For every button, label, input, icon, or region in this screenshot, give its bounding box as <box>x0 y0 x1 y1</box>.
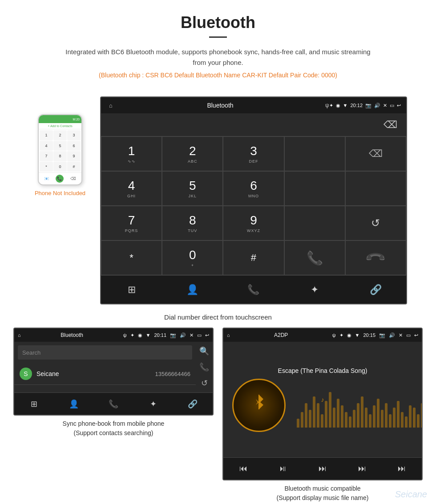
dial-nav-calls[interactable]: 📞 <box>223 276 284 304</box>
phone-bottom: 📧 📞 ⌫ <box>39 172 81 184</box>
dial-key-0[interactable]: 0+ <box>162 240 223 275</box>
pb-call-icon[interactable]: 📞 <box>199 362 209 372</box>
phone-key-5[interactable]: 5 <box>53 141 67 151</box>
music-vol-icon: 🔊 <box>389 332 395 338</box>
music-nav-end[interactable]: ⏭ <box>382 458 422 480</box>
music-nav-play[interactable]: ⏯ <box>263 458 303 480</box>
pb-right-icons: 🔍 📞 ↺ <box>196 342 213 392</box>
dial-key-7[interactable]: 7PQRS <box>101 206 162 240</box>
phone-key-star[interactable]: * <box>40 162 53 172</box>
phone-not-included-label: Phone Not Included <box>35 190 85 196</box>
phone-key-2[interactable]: 2 <box>53 130 67 140</box>
phone-call-button[interactable]: 📞 <box>56 175 64 183</box>
page-title: Bluetooth <box>9 13 427 32</box>
music-screen: ⌂ A2DP ψ ✦ ◉ ▼ 20:15 📷 🔊 ✕ ▭ ↩ Escape (T… <box>222 328 423 480</box>
music-song-title: Escape (The Pina Colada Song) <box>278 367 367 374</box>
back-icon[interactable]: ↩ <box>397 103 401 108</box>
phone-key-1[interactable]: 1 <box>40 130 53 140</box>
page-description: Integrated with BC6 Bluetooth module, su… <box>62 47 374 68</box>
pb-content: Search S Seicane 13566664466 🔍 📞 ↺ <box>14 342 213 392</box>
music-content: Escape (The Pina Colada Song) ♪ <box>223 342 422 457</box>
pb-search-icon[interactable]: 🔍 <box>199 346 209 356</box>
dial-key-2[interactable]: 2ABC <box>162 136 223 171</box>
dial-key-5[interactable]: 5JKL <box>162 171 223 206</box>
dial-end-button[interactable]: 📞 <box>345 240 406 275</box>
pb-close-icon: ✕ <box>190 332 194 338</box>
location-icon: ◉ <box>336 103 340 108</box>
pb-nav-bluetooth[interactable]: ✦ <box>133 393 173 415</box>
music-loc-icon: ◉ <box>347 332 351 338</box>
pb-usb-icon: ψ <box>123 332 127 338</box>
dial-key-3[interactable]: 3DEF <box>223 136 284 171</box>
phone-dialpad: 1 2 3 4 5 6 7 8 9 * 0 # <box>39 129 81 172</box>
phonebook-caption: Sync phone-book from mobile phone (Suppo… <box>13 419 214 438</box>
dial-key-4[interactable]: 4GHI <box>101 171 162 206</box>
pb-signal-icon: ▼ <box>146 332 151 338</box>
phone-key-7[interactable]: 7 <box>40 151 53 161</box>
pb-contact-name: Seicane <box>36 370 155 377</box>
pb-vol-icon: 🔊 <box>180 332 186 338</box>
dial-screen-mockup: ⌂ Bluetooth ψ ✦ ◉ ▼ 20:12 📷 🔊 ✕ ▭ ↩ ⌫ <box>100 96 407 304</box>
screen-icon: ▭ <box>390 103 394 108</box>
pb-refresh-icon[interactable]: ↺ <box>201 378 208 388</box>
dial-nav-contacts[interactable]: 👤 <box>162 276 223 304</box>
phone-key-0[interactable]: 0 <box>53 162 67 172</box>
dial-refresh-cell[interactable]: ↺ <box>345 206 406 240</box>
music-bt-icon: ✦ <box>339 332 343 338</box>
pb-statusbar: ⌂ Bluetooth ψ ✦ ◉ ▼ 20:11 📷 🔊 ✕ ▭ ↩ <box>14 328 213 342</box>
music-album-art: ♪ <box>232 379 286 432</box>
phone-key-8[interactable]: 8 <box>53 151 67 161</box>
music-close-icon: ✕ <box>399 332 403 338</box>
pb-contact-phone: 13566664466 <box>155 371 190 377</box>
backspace-icon[interactable]: ⌫ <box>384 119 397 131</box>
pb-home-icon[interactable]: ⌂ <box>18 332 21 338</box>
dial-call-button[interactable]: 📞 <box>284 240 345 275</box>
dial-nav-dialpad[interactable]: ⊞ <box>101 276 162 304</box>
pb-back-icon[interactable]: ↩ <box>205 332 209 338</box>
dial-statusbar: ⌂ Bluetooth ψ ✦ ◉ ▼ 20:12 📷 🔊 ✕ ▭ ↩ <box>101 97 406 113</box>
dial-nav-link[interactable]: 🔗 <box>345 276 406 304</box>
dial-key-9[interactable]: 9WXYZ <box>223 206 284 240</box>
phone-thumbnail: M:20 + Add to Contacts 1 2 3 4 5 6 7 8 9… <box>38 114 82 185</box>
dial-key-8[interactable]: 8TUV <box>162 206 223 240</box>
phone-key-3[interactable]: 3 <box>67 130 81 140</box>
dial-key-6[interactable]: 6MNO <box>223 171 284 206</box>
pb-contact-row[interactable]: S Seicane 13566664466 <box>14 363 196 385</box>
phone-statusbar: M:20 <box>39 115 81 123</box>
time-display: 20:12 <box>350 103 363 108</box>
dial-key-hash[interactable]: # <box>223 240 284 275</box>
music-screen-icon: ▭ <box>406 332 411 338</box>
music-caption: Bluetooth music compatible (Support disp… <box>222 484 423 503</box>
pb-time: 20:11 <box>154 332 166 338</box>
music-back-icon[interactable]: ↩ <box>414 332 418 338</box>
pb-bottom-nav: ⊞ 👤 📞 ✦ 🔗 <box>14 392 213 415</box>
home-icon[interactable]: ⌂ <box>106 101 115 110</box>
phone-key-9[interactable]: 9 <box>67 151 81 161</box>
volume-icon: 🔊 <box>374 103 380 108</box>
phone-key-hash[interactable]: # <box>67 162 81 172</box>
main-screen-section: M:20 + Add to Contacts 1 2 3 4 5 6 7 8 9… <box>0 92 436 309</box>
phone-add-contact: + Add to Contacts <box>39 123 81 129</box>
music-bt-art-icon <box>248 392 270 419</box>
pb-nav-link[interactable]: 🔗 <box>173 393 213 415</box>
phone-key-4[interactable]: 4 <box>40 141 53 151</box>
pb-nav-dialpad[interactable]: ⊞ <box>14 393 54 415</box>
music-nav-next[interactable]: ⏭ <box>303 458 342 480</box>
pb-nav-calls[interactable]: 📞 <box>93 393 133 415</box>
music-nav-next2[interactable]: ⏭ <box>343 458 382 480</box>
pb-loc-icon: ◉ <box>138 332 142 338</box>
dial-key-1[interactable]: 1∿∿ <box>101 136 162 171</box>
pb-contact-initial: S <box>20 368 32 380</box>
dial-key-star[interactable]: * <box>101 240 162 275</box>
dial-key-empty-3 <box>345 171 406 206</box>
dial-nav-bluetooth[interactable]: ✦ <box>284 276 345 304</box>
phone-voicemail-icon: 📧 <box>44 176 49 181</box>
pb-nav-contacts[interactable]: 👤 <box>54 393 93 415</box>
music-nav-prev[interactable]: ⏮ <box>223 458 263 480</box>
phone-key-6[interactable]: 6 <box>67 141 81 151</box>
pb-search-bar[interactable]: Search <box>18 345 192 360</box>
music-home-icon[interactable]: ⌂ <box>227 332 230 338</box>
dial-backspace-cell[interactable]: ⌫ <box>345 136 406 171</box>
pb-screen-icon: ▭ <box>197 332 202 338</box>
phone-screen: M:20 + Add to Contacts 1 2 3 4 5 6 7 8 9… <box>39 115 81 184</box>
